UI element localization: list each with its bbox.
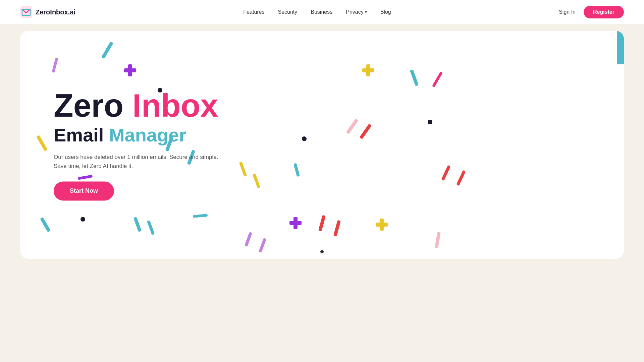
sign-in-button[interactable]: Sign In: [559, 9, 576, 15]
hero-title-inbox: Inbox: [132, 87, 218, 123]
decoration-shape: [239, 162, 247, 177]
logo[interactable]: ZeroInbox.ai: [20, 6, 75, 18]
decoration-shape: [333, 220, 341, 237]
decoration-shape: [289, 217, 302, 229]
decoration-shape: [245, 232, 253, 247]
nav-features[interactable]: Features: [243, 9, 264, 15]
decoration-shape: [193, 214, 208, 218]
hero-title-part1: Zero: [54, 87, 132, 123]
register-button[interactable]: Register: [584, 6, 624, 18]
hero-title: Zero Inbox: [54, 89, 228, 123]
decoration-shape: [253, 173, 261, 188]
decoration-shape: [435, 232, 441, 248]
decoration-shape: [318, 215, 326, 232]
decoration-shape: [432, 71, 443, 87]
nav-security[interactable]: Security: [278, 9, 298, 15]
decoration-shape: [293, 163, 300, 177]
hero-section: Zero Inbox Email Manager Our users have …: [20, 31, 624, 259]
hero-subtitle-manager: Manager: [109, 124, 186, 145]
decoration-shape: [302, 136, 307, 141]
hero-subtitle: Email Manager: [54, 124, 228, 146]
decoration-shape: [456, 170, 466, 186]
decoration-shape: [52, 58, 58, 73]
navbar: ZeroInbox.ai Features Security Business …: [0, 0, 644, 24]
hero-description: Our users have deleted over 1 million em…: [54, 153, 228, 171]
decoration-shape: [428, 120, 432, 124]
decoration-shape: [147, 220, 155, 235]
decoration-shape: [362, 64, 374, 76]
decoration-shape: [259, 238, 267, 253]
decoration-shape: [360, 124, 372, 139]
decoration-shape: [346, 119, 359, 134]
corner-accent: [617, 31, 624, 64]
decoration-shape: [441, 165, 450, 181]
start-now-button[interactable]: Start Now: [54, 182, 114, 201]
decoration-shape: [133, 217, 142, 232]
hero-subtitle-part1: Email: [54, 124, 109, 145]
nav-blog[interactable]: Blog: [380, 9, 391, 15]
decoration-shape: [36, 135, 48, 151]
bottom-dot-decoration: [320, 250, 324, 253]
decoration-shape: [376, 219, 388, 231]
logo-icon: [20, 6, 32, 18]
hero-content: Zero Inbox Email Manager Our users have …: [54, 89, 228, 200]
nav-actions: Sign In Register: [559, 6, 624, 18]
chevron-down-icon: ▾: [365, 10, 367, 14]
decoration-shape: [40, 217, 51, 232]
nav-links: Features Security Business Privacy ▾ Blo…: [243, 9, 391, 15]
decoration-shape: [124, 64, 136, 76]
nav-business[interactable]: Business: [311, 9, 332, 15]
decoration-shape: [410, 69, 419, 86]
logo-text: ZeroInbox.ai: [36, 8, 75, 16]
decoration-shape: [101, 41, 113, 59]
decoration-shape: [80, 217, 85, 222]
nav-privacy[interactable]: Privacy ▾: [346, 9, 367, 15]
